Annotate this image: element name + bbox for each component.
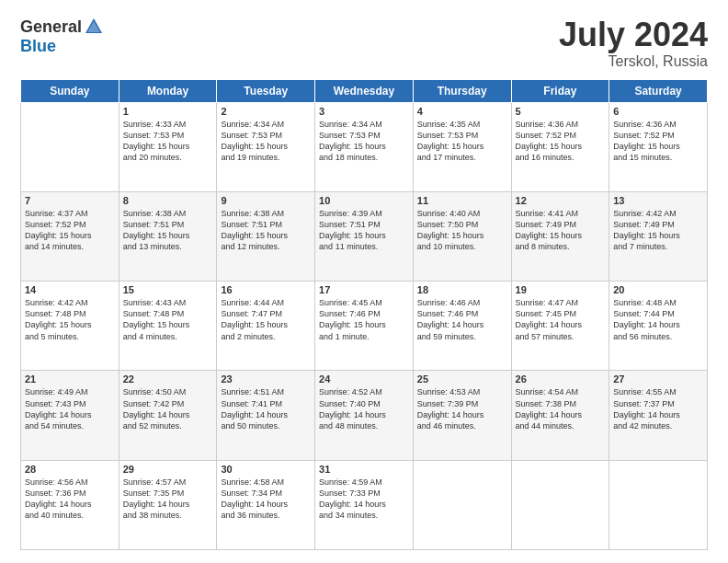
day-number: 15: [123, 284, 213, 295]
day-info: Sunrise: 4:58 AM Sunset: 7:34 PM Dayligh…: [221, 477, 311, 522]
day-number: 17: [319, 284, 409, 295]
calendar-cell: 3Sunrise: 4:34 AM Sunset: 7:53 PM Daylig…: [315, 102, 414, 191]
day-number: 27: [613, 373, 703, 385]
calendar-cell: 7Sunrise: 4:37 AM Sunset: 7:52 PM Daylig…: [21, 191, 119, 281]
day-number: 20: [613, 284, 703, 295]
day-info: Sunrise: 4:56 AM Sunset: 7:36 PM Dayligh…: [25, 477, 115, 522]
day-number: 5: [516, 106, 606, 117]
day-number: 22: [123, 373, 213, 385]
calendar-cell: 28Sunrise: 4:56 AM Sunset: 7:36 PM Dayli…: [21, 460, 119, 549]
sub-title: Terskol, Russia: [559, 53, 708, 70]
calendar-cell: 4Sunrise: 4:35 AM Sunset: 7:53 PM Daylig…: [413, 102, 511, 191]
day-info: Sunrise: 4:48 AM Sunset: 7:44 PM Dayligh…: [613, 297, 703, 342]
calendar-cell: 29Sunrise: 4:57 AM Sunset: 7:35 PM Dayli…: [119, 460, 217, 549]
day-info: Sunrise: 4:36 AM Sunset: 7:52 PM Dayligh…: [613, 119, 703, 164]
calendar-cell: 19Sunrise: 4:47 AM Sunset: 7:45 PM Dayli…: [511, 282, 609, 371]
day-number: 6: [613, 106, 703, 117]
calendar-cell: 10Sunrise: 4:39 AM Sunset: 7:51 PM Dayli…: [315, 191, 414, 281]
header: General Blue July 2024 Terskol, Russia: [20, 17, 708, 70]
day-of-week-header: Saturday: [609, 79, 708, 102]
calendar-cell: [609, 460, 708, 549]
day-info: Sunrise: 4:43 AM Sunset: 7:48 PM Dayligh…: [123, 297, 213, 342]
calendar-week-row: 14Sunrise: 4:42 AM Sunset: 7:48 PM Dayli…: [21, 282, 708, 371]
day-info: Sunrise: 4:42 AM Sunset: 7:48 PM Dayligh…: [25, 297, 115, 342]
day-info: Sunrise: 4:46 AM Sunset: 7:46 PM Dayligh…: [417, 297, 507, 342]
day-info: Sunrise: 4:40 AM Sunset: 7:50 PM Dayligh…: [417, 208, 507, 253]
day-info: Sunrise: 4:50 AM Sunset: 7:42 PM Dayligh…: [123, 386, 213, 431]
day-number: 18: [417, 284, 507, 295]
calendar-cell: 18Sunrise: 4:46 AM Sunset: 7:46 PM Dayli…: [413, 282, 511, 371]
calendar-cell: [21, 102, 119, 191]
calendar-cell: 5Sunrise: 4:36 AM Sunset: 7:52 PM Daylig…: [511, 102, 609, 191]
day-number: 11: [417, 195, 507, 206]
day-of-week-header: Wednesday: [315, 79, 414, 102]
calendar-cell: 22Sunrise: 4:50 AM Sunset: 7:42 PM Dayli…: [119, 371, 217, 460]
calendar-cell: 27Sunrise: 4:55 AM Sunset: 7:37 PM Dayli…: [609, 371, 708, 460]
day-of-week-header: Thursday: [413, 79, 511, 102]
day-info: Sunrise: 4:38 AM Sunset: 7:51 PM Dayligh…: [123, 208, 213, 253]
calendar-cell: 15Sunrise: 4:43 AM Sunset: 7:48 PM Dayli…: [119, 282, 217, 371]
calendar-cell: 26Sunrise: 4:54 AM Sunset: 7:38 PM Dayli…: [511, 371, 609, 460]
day-number: 7: [25, 195, 115, 206]
day-number: 25: [417, 373, 507, 385]
day-info: Sunrise: 4:51 AM Sunset: 7:41 PM Dayligh…: [221, 386, 311, 431]
day-of-week-header: Friday: [511, 79, 609, 102]
calendar-cell: 8Sunrise: 4:38 AM Sunset: 7:51 PM Daylig…: [119, 191, 217, 281]
calendar-cell: 1Sunrise: 4:33 AM Sunset: 7:53 PM Daylig…: [119, 102, 217, 191]
calendar-cell: [413, 460, 511, 549]
day-info: Sunrise: 4:47 AM Sunset: 7:45 PM Dayligh…: [516, 297, 606, 342]
calendar-cell: 9Sunrise: 4:38 AM Sunset: 7:51 PM Daylig…: [217, 191, 315, 281]
calendar-week-row: 1Sunrise: 4:33 AM Sunset: 7:53 PM Daylig…: [21, 102, 708, 191]
calendar-cell: [511, 460, 609, 549]
day-info: Sunrise: 4:57 AM Sunset: 7:35 PM Dayligh…: [123, 477, 213, 522]
logo-icon: [84, 17, 104, 37]
day-number: 3: [319, 106, 409, 117]
day-number: 4: [417, 106, 507, 117]
day-info: Sunrise: 4:36 AM Sunset: 7:52 PM Dayligh…: [516, 119, 606, 164]
calendar-cell: 2Sunrise: 4:34 AM Sunset: 7:53 PM Daylig…: [217, 102, 315, 191]
title-section: July 2024 Terskol, Russia: [559, 17, 708, 70]
calendar-cell: 31Sunrise: 4:59 AM Sunset: 7:33 PM Dayli…: [315, 460, 414, 549]
day-number: 1: [123, 106, 213, 117]
day-info: Sunrise: 4:35 AM Sunset: 7:53 PM Dayligh…: [417, 119, 507, 164]
day-number: 26: [516, 373, 606, 385]
day-number: 16: [221, 284, 311, 295]
day-number: 13: [613, 195, 703, 206]
calendar-table: SundayMondayTuesdayWednesdayThursdayFrid…: [20, 79, 708, 550]
day-of-week-header: Tuesday: [217, 79, 315, 102]
calendar-cell: 11Sunrise: 4:40 AM Sunset: 7:50 PM Dayli…: [413, 191, 511, 281]
day-info: Sunrise: 4:45 AM Sunset: 7:46 PM Dayligh…: [319, 297, 409, 342]
day-info: Sunrise: 4:53 AM Sunset: 7:39 PM Dayligh…: [417, 386, 507, 431]
calendar-header-row: SundayMondayTuesdayWednesdayThursdayFrid…: [21, 79, 708, 102]
calendar-cell: 13Sunrise: 4:42 AM Sunset: 7:49 PM Dayli…: [609, 191, 708, 281]
calendar-cell: 25Sunrise: 4:53 AM Sunset: 7:39 PM Dayli…: [413, 371, 511, 460]
day-number: 10: [319, 195, 409, 206]
calendar-cell: 20Sunrise: 4:48 AM Sunset: 7:44 PM Dayli…: [609, 282, 708, 371]
calendar-cell: 16Sunrise: 4:44 AM Sunset: 7:47 PM Dayli…: [217, 282, 315, 371]
day-number: 2: [221, 106, 311, 117]
day-number: 12: [516, 195, 606, 206]
day-number: 14: [25, 284, 115, 295]
day-of-week-header: Sunday: [21, 79, 119, 102]
calendar-cell: 14Sunrise: 4:42 AM Sunset: 7:48 PM Dayli…: [21, 282, 119, 371]
day-info: Sunrise: 4:39 AM Sunset: 7:51 PM Dayligh…: [319, 208, 409, 253]
day-info: Sunrise: 4:41 AM Sunset: 7:49 PM Dayligh…: [516, 208, 606, 253]
calendar-cell: 23Sunrise: 4:51 AM Sunset: 7:41 PM Dayli…: [217, 371, 315, 460]
day-info: Sunrise: 4:49 AM Sunset: 7:43 PM Dayligh…: [25, 386, 115, 431]
calendar-week-row: 21Sunrise: 4:49 AM Sunset: 7:43 PM Dayli…: [21, 371, 708, 460]
day-number: 8: [123, 195, 213, 206]
logo-blue-text: Blue: [20, 37, 56, 56]
day-info: Sunrise: 4:42 AM Sunset: 7:49 PM Dayligh…: [613, 208, 703, 253]
day-info: Sunrise: 4:44 AM Sunset: 7:47 PM Dayligh…: [221, 297, 311, 342]
day-info: Sunrise: 4:34 AM Sunset: 7:53 PM Dayligh…: [221, 119, 311, 164]
day-info: Sunrise: 4:59 AM Sunset: 7:33 PM Dayligh…: [319, 477, 409, 522]
day-of-week-header: Monday: [119, 79, 217, 102]
calendar-cell: 21Sunrise: 4:49 AM Sunset: 7:43 PM Dayli…: [21, 371, 119, 460]
calendar-week-row: 7Sunrise: 4:37 AM Sunset: 7:52 PM Daylig…: [21, 191, 708, 281]
day-info: Sunrise: 4:52 AM Sunset: 7:40 PM Dayligh…: [319, 386, 409, 431]
day-number: 23: [221, 373, 311, 385]
day-info: Sunrise: 4:33 AM Sunset: 7:53 PM Dayligh…: [123, 119, 213, 164]
calendar-cell: 24Sunrise: 4:52 AM Sunset: 7:40 PM Dayli…: [315, 371, 414, 460]
day-number: 21: [25, 373, 115, 385]
day-info: Sunrise: 4:54 AM Sunset: 7:38 PM Dayligh…: [516, 386, 606, 431]
